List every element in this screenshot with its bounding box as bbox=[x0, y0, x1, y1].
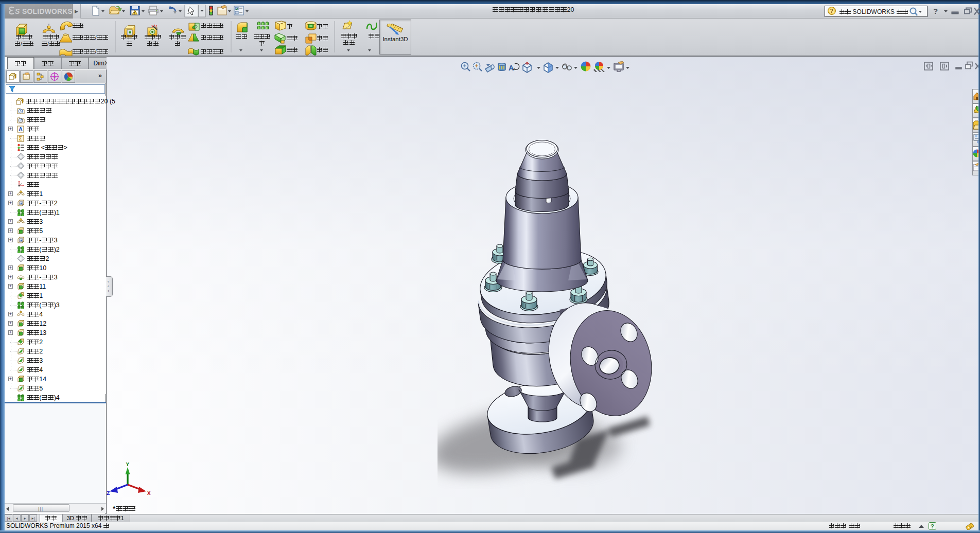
svg-text:X: X bbox=[147, 490, 151, 496]
svg-text:S: S bbox=[15, 7, 20, 15]
svg-text:SOLIDWORKS: SOLIDWORKS bbox=[22, 8, 72, 15]
svg-text:A: A bbox=[509, 64, 514, 72]
svg-text:?: ? bbox=[830, 8, 834, 14]
svg-text:Z: Z bbox=[107, 490, 110, 496]
svg-text:!: ! bbox=[134, 11, 135, 15]
svg-text:?: ? bbox=[931, 523, 934, 529]
svg-text:Y: Y bbox=[126, 462, 130, 468]
svg-text:?: ? bbox=[933, 7, 938, 15]
